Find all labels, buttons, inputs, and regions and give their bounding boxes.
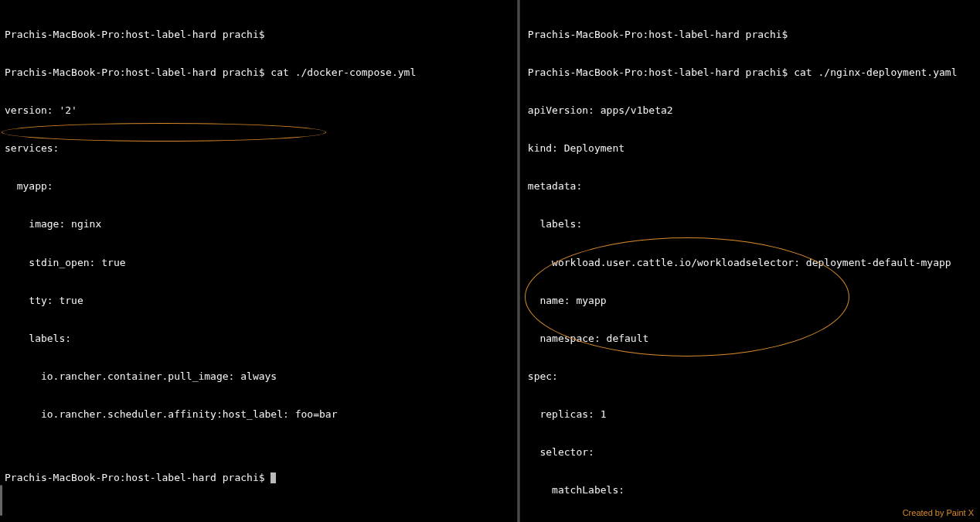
terminal-line: version: '2' xyxy=(5,104,512,117)
terminal-prompt-text: Prachis-MacBook-Pro:host-label-hard prac… xyxy=(5,472,271,483)
terminal-prompt-line: Prachis-MacBook-Pro:host-label-hard prac… xyxy=(5,472,512,484)
terminal-line: replicas: 1 xyxy=(528,408,975,421)
terminal-line: Prachis-MacBook-Pro:host-label-hard prac… xyxy=(528,67,975,79)
watermark-text: Created by Paint X xyxy=(903,508,974,519)
terminal-line: myapp: xyxy=(5,180,512,193)
terminal-line: tty: true xyxy=(5,295,512,307)
terminal-line: metadata: xyxy=(528,180,975,193)
terminal-line: io.rancher.scheduler.affinity:host_label… xyxy=(5,408,512,421)
terminal-line: kind: Deployment xyxy=(528,142,975,155)
terminal-line: Prachis-MacBook-Pro:host-label-hard prac… xyxy=(5,67,512,79)
split-terminal: Prachis-MacBook-Pro:host-label-hard prac… xyxy=(0,0,980,522)
terminal-line: Prachis-MacBook-Pro:host-label-hard prac… xyxy=(528,29,975,41)
terminal-line: io.rancher.container.pull_image: always xyxy=(5,370,512,383)
terminal-line: spec: xyxy=(528,370,975,383)
terminal-line: labels: xyxy=(528,218,975,230)
scroll-indicator xyxy=(0,485,2,516)
cursor-icon xyxy=(271,473,276,483)
terminal-line: services: xyxy=(5,142,512,155)
terminal-line: name: myapp xyxy=(528,295,975,307)
terminal-line: apiVersion: apps/v1beta2 xyxy=(528,104,975,117)
terminal-line: Prachis-MacBook-Pro:host-label-hard prac… xyxy=(5,29,512,41)
terminal-line: selector: xyxy=(528,446,975,459)
terminal-pane-right[interactable]: Prachis-MacBook-Pro:host-label-hard prac… xyxy=(520,0,980,522)
terminal-line: labels: xyxy=(5,333,512,345)
highlight-ellipse-left xyxy=(2,123,326,142)
terminal-line: workload.user.cattle.io/workloadselector… xyxy=(528,257,975,269)
terminal-line: stdin_open: true xyxy=(5,257,512,269)
terminal-pane-left[interactable]: Prachis-MacBook-Pro:host-label-hard prac… xyxy=(0,0,517,522)
terminal-line: namespace: default xyxy=(528,333,975,345)
terminal-line: matchLabels: xyxy=(528,484,975,496)
terminal-line: image: nginx xyxy=(5,218,512,230)
